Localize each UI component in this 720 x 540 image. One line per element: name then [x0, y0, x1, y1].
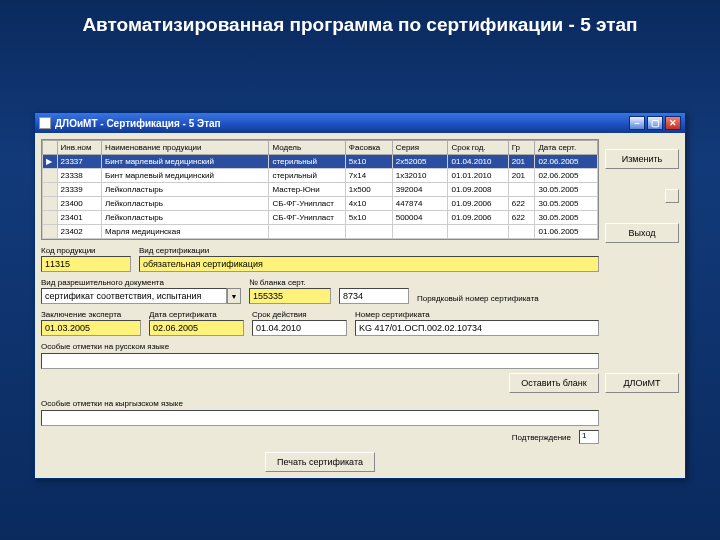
input-expert-concl[interactable]: 01.03.2005 — [41, 320, 141, 336]
app-icon — [39, 117, 51, 129]
textarea-notes-ru[interactable] — [41, 353, 599, 369]
print-button[interactable]: Печать сертификата — [265, 452, 375, 472]
label-cert-type: Вид сертификации — [139, 246, 599, 255]
input-cert-date[interactable]: 02.06.2005 — [149, 320, 244, 336]
label-cert-no: Номер сертификата — [355, 310, 599, 319]
small-square-button[interactable] — [665, 189, 679, 203]
leave-blank-button[interactable]: Оставить бланк — [509, 373, 599, 393]
label-expert-concl: Заключение эксперта — [41, 310, 141, 319]
minimize-button[interactable]: – — [629, 116, 645, 130]
grid-header[interactable]: Гр — [508, 141, 535, 155]
app-window: ДЛОиМТ - Сертификация - 5 Этап – ▢ ✕ Инв… — [34, 112, 686, 479]
dropdown-icon[interactable]: ▼ — [227, 288, 241, 304]
grid-header[interactable]: Серия — [392, 141, 448, 155]
label-notes-kg: Особые отметки на кыргызском языке — [41, 399, 599, 408]
label-notes-ru: Особые отметки на русском языке — [41, 342, 599, 351]
table-row[interactable]: 23402Марля медицинская01.06.2005 — [43, 225, 598, 239]
products-grid[interactable]: Инв.номНаименование продукцииМодельФасов… — [41, 139, 599, 240]
label-cert-date: Дата сертификата — [149, 310, 244, 319]
input-doc-type[interactable]: сертификат соответствия, испытания — [41, 288, 227, 304]
label-doc-type: Вид разрешительного документа — [41, 278, 241, 287]
label-prod-code: Код продукции — [41, 246, 131, 255]
input-expiry[interactable]: 01.04.2010 — [252, 320, 347, 336]
window-title: ДЛОиМТ - Сертификация - 5 Этап — [55, 118, 221, 129]
input-cert-type[interactable]: обязательная сертификация — [139, 256, 599, 272]
input-prod-code[interactable]: 11315 — [41, 256, 131, 272]
input-serial-cert[interactable]: 8734 — [339, 288, 409, 304]
label-blank-no: № бланка серт. — [249, 278, 331, 287]
textarea-notes-kg[interactable] — [41, 410, 599, 426]
table-row[interactable]: ▶23337Бинт марлевый медицинскийстерильны… — [43, 155, 598, 169]
slide-title: Автоматизированная программа по сертифик… — [0, 0, 720, 40]
table-row[interactable]: 23400ЛейкопластырьСБ-ФГ-Унипласт4x104478… — [43, 197, 598, 211]
label-expiry: Срок действия — [252, 310, 347, 319]
grid-header[interactable]: Инв.ном — [57, 141, 102, 155]
label-serial-cert: Порядковый номер сертификата — [417, 294, 599, 303]
maximize-button[interactable]: ▢ — [647, 116, 663, 130]
grid-header[interactable]: Дата серт. — [535, 141, 598, 155]
change-button[interactable]: Изменить — [605, 149, 679, 169]
dloimt-button[interactable]: ДЛОиМТ — [605, 373, 679, 393]
table-row[interactable]: 23339ЛейкопластырьМастер-Юни1x5003920040… — [43, 183, 598, 197]
input-confirm-num[interactable]: 1 — [579, 430, 599, 444]
input-cert-no[interactable]: KG 417/01.ОСП.002.02.10734 — [355, 320, 599, 336]
grid-header[interactable]: Срок год. — [448, 141, 508, 155]
exit-button[interactable]: Выход — [605, 223, 679, 243]
window-titlebar: ДЛОиМТ - Сертификация - 5 Этап – ▢ ✕ — [35, 113, 685, 133]
table-row[interactable]: 23338Бинт марлевый медицинскийстерильный… — [43, 169, 598, 183]
grid-header[interactable]: Наименование продукции — [102, 141, 269, 155]
grid-header[interactable]: Фасовка — [345, 141, 392, 155]
table-row[interactable]: 23401ЛейкопластырьСБ-ФГ-Унипласт5x105000… — [43, 211, 598, 225]
label-confirm: Подтверждение — [512, 433, 571, 442]
close-button[interactable]: ✕ — [665, 116, 681, 130]
input-blank-no[interactable]: 155335 — [249, 288, 331, 304]
grid-header[interactable]: Модель — [269, 141, 345, 155]
